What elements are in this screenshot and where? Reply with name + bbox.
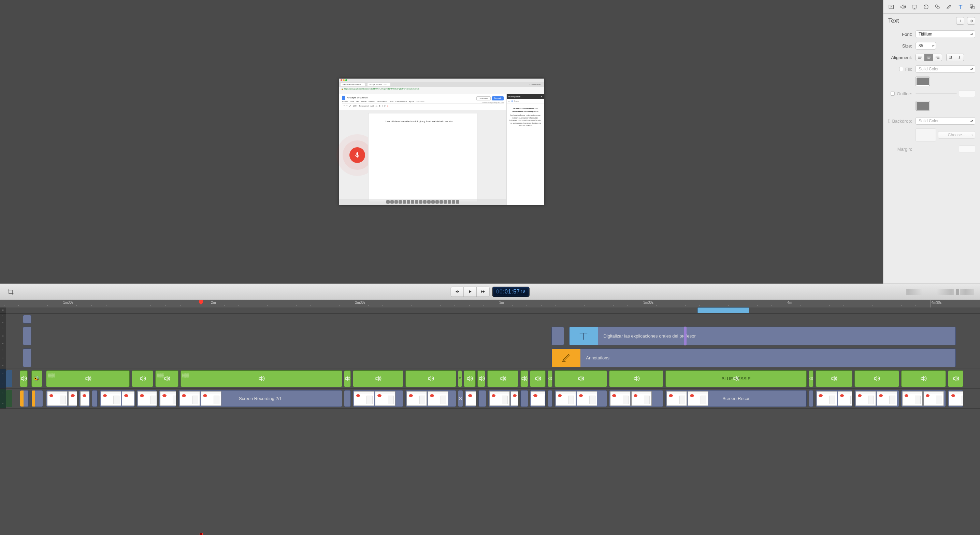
fill-dropdown[interactable]: Solid Color ▴▾: [915, 65, 975, 73]
timecode-display[interactable]: 00:01:5718: [492, 287, 530, 297]
clip-stub[interactable]: [23, 348, 32, 367]
video-clip[interactable]: [406, 390, 456, 407]
video-clip[interactable]: [948, 390, 964, 407]
rewind-button[interactable]: [451, 287, 464, 297]
canvas-area[interactable]: Web GTA - Documentos ... Google Dictatio…: [0, 0, 883, 284]
fill-color-swatch[interactable]: [915, 77, 930, 86]
audio-track-color[interactable]: [6, 371, 12, 387]
clip-fragment[interactable]: [697, 307, 749, 313]
video-clip[interactable]: Screen Recor: [665, 390, 807, 407]
video-clip[interactable]: [816, 390, 853, 407]
fast-forward-button[interactable]: [477, 287, 490, 297]
outline-color-swatch[interactable]: [915, 101, 930, 111]
audio-clip[interactable]: [46, 371, 130, 387]
video-clip[interactable]: [809, 390, 813, 407]
audio-track-handle[interactable]: ⌃⌄: [0, 369, 6, 389]
text-clip[interactable]: Digitalizar las explicaciones orales del…: [569, 327, 956, 345]
audio-clip[interactable]: [344, 371, 351, 387]
touch-tab-icon[interactable]: [933, 2, 942, 11]
video-clip[interactable]: [79, 390, 90, 407]
video-clip[interactable]: [520, 390, 528, 407]
audio-clip[interactable]: [155, 371, 178, 387]
timeline-ruler[interactable]: 1m30s2m2m30s3m3m30s4m4m30s: [0, 300, 980, 307]
audio-clip[interactable]: [406, 371, 456, 387]
text-clip-spacer[interactable]: [551, 327, 564, 345]
audio-tab-icon[interactable]: [899, 2, 907, 11]
track-handle[interactable]: ⌃≡⌄: [0, 347, 6, 369]
audio-clip[interactable]: [20, 371, 28, 387]
backdrop-choose-button[interactable]: Choose...: [938, 131, 975, 139]
margin-value[interactable]: [959, 145, 975, 152]
text-tab-icon[interactable]: [956, 2, 965, 11]
add-text-button[interactable]: +: [956, 17, 964, 25]
align-right-button[interactable]: [933, 54, 942, 61]
backdrop-checkbox[interactable]: [888, 119, 890, 123]
backdrop-swatch[interactable]: [915, 128, 936, 141]
video-clip[interactable]: [344, 390, 351, 407]
video-clip[interactable]: [854, 390, 899, 407]
audio-clip[interactable]: [609, 371, 664, 387]
track-handle[interactable]: ⌃⌄: [0, 314, 6, 325]
bold-button[interactable]: B: [946, 54, 955, 61]
video-clip[interactable]: [353, 390, 403, 407]
audio-clip[interactable]: [530, 371, 546, 387]
callout-tab-icon[interactable]: [922, 2, 931, 11]
video-clip[interactable]: [488, 390, 518, 407]
audio-clip[interactable]: [180, 371, 342, 387]
playhead[interactable]: [201, 300, 201, 535]
audio-clip[interactable]: [809, 371, 813, 387]
outline-checkbox[interactable]: [891, 91, 895, 96]
outline-value[interactable]: [959, 90, 975, 97]
video-clip[interactable]: [548, 390, 552, 407]
timeline[interactable]: 1m30s2m2m30s3m3m30s4m4m30s ≡ ⌃⌄: [0, 300, 980, 535]
audio-clip[interactable]: [901, 371, 946, 387]
crop-button[interactable]: [5, 287, 16, 297]
clip-marker[interactable]: [684, 327, 687, 345]
video-clip[interactable]: [46, 390, 77, 407]
audio-clip[interactable]: 🐝: [32, 371, 42, 387]
align-left-button[interactable]: [915, 54, 924, 61]
annotation-clip[interactable]: Annotations: [551, 348, 955, 367]
zoom-slider[interactable]: [906, 289, 975, 295]
video-clip[interactable]: [100, 390, 135, 407]
text-settings-gear-icon[interactable]: [967, 17, 975, 25]
backdrop-dropdown[interactable]: Solid Color ▴▾: [915, 117, 975, 125]
play-button[interactable]: [464, 287, 477, 297]
audio-clip[interactable]: [464, 371, 475, 387]
video-clip[interactable]: [479, 390, 486, 407]
audio-clip[interactable]: [548, 371, 552, 387]
video-clip[interactable]: [530, 390, 546, 407]
track-handle[interactable]: ≡: [0, 307, 6, 314]
audio-clip[interactable]: [487, 371, 518, 387]
font-dropdown[interactable]: Titillium ▴▾: [915, 30, 975, 38]
video-clip[interactable]: S: [458, 390, 463, 407]
video-clip[interactable]: [901, 390, 946, 407]
audio-clip[interactable]: [555, 371, 607, 387]
audio-clip[interactable]: [520, 371, 528, 387]
video-clip[interactable]: [465, 390, 476, 407]
arrange-tab-icon[interactable]: [968, 2, 977, 11]
audio-clip[interactable]: [816, 371, 853, 387]
video-track-color[interactable]: [6, 390, 12, 407]
align-center-button[interactable]: [924, 54, 933, 61]
video-clip[interactable]: [20, 390, 29, 407]
video-clip[interactable]: [92, 390, 98, 407]
video-clip[interactable]: [137, 390, 157, 407]
annotations-tab-icon[interactable]: [945, 2, 953, 11]
italic-button[interactable]: I: [955, 54, 964, 61]
audio-clip[interactable]: BLUE NESSIE: [665, 371, 807, 387]
outline-slider[interactable]: [915, 93, 957, 94]
video-clip[interactable]: [609, 390, 664, 407]
font-size-field[interactable]: 85 ▴▾: [915, 42, 936, 50]
video-clip[interactable]: [555, 390, 607, 407]
clip-stub[interactable]: [23, 315, 32, 324]
video-tab-icon[interactable]: [887, 2, 896, 11]
fill-checkbox[interactable]: [899, 67, 903, 71]
audio-clip[interactable]: [132, 371, 153, 387]
track-handle[interactable]: ⌃≡⌄: [0, 325, 6, 347]
video-clip[interactable]: [32, 390, 43, 407]
audio-clip[interactable]: E: [458, 371, 462, 387]
screen-tab-icon[interactable]: [910, 2, 919, 11]
video-clip[interactable]: Screen Recording 2/1: [178, 390, 342, 407]
audio-clip[interactable]: [353, 371, 403, 387]
